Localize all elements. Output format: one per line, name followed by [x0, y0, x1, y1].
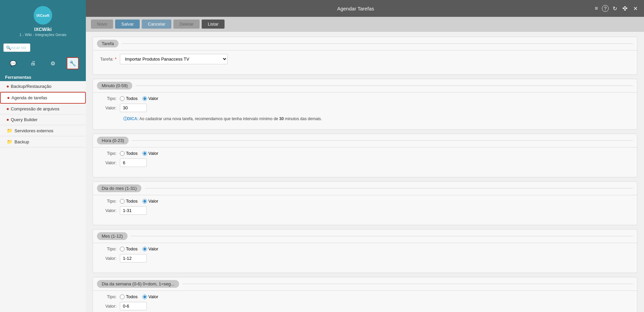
bullet-icon — [7, 85, 9, 88]
minuto-todos-label: Todos — [126, 96, 138, 101]
hora-valor-radio[interactable] — [142, 151, 147, 156]
print-button[interactable]: 🖨 — [27, 57, 39, 69]
dia-mes-tipo-row: Tipo: Todos Valor — [100, 199, 630, 204]
dia-mes-section-label: Dia do mes (1-31) — [97, 184, 141, 192]
dia-mes-valor-option[interactable]: Valor — [142, 199, 158, 204]
sidebar-item-query-builder[interactable]: Query Builder — [0, 114, 86, 125]
sidebar-item-label: Backup — [14, 139, 29, 144]
dia-semana-tipo-label: Tipo: — [100, 294, 120, 299]
dia-mes-todos-radio[interactable] — [120, 199, 125, 204]
minuto-todos-radio[interactable] — [120, 96, 125, 101]
history-icon[interactable]: ↻ — [611, 5, 618, 12]
menu-icon[interactable]: ≡ — [594, 5, 599, 12]
dia-mes-todos-option[interactable]: Todos — [120, 199, 138, 204]
folder-icon: 📁 — [7, 128, 12, 133]
hora-todos-option[interactable]: Todos — [120, 151, 138, 156]
dia-semana-todos-radio[interactable] — [120, 294, 125, 299]
dia-semana-radio-group: Todos Valor — [120, 294, 158, 299]
mes-valor-input[interactable] — [120, 254, 147, 263]
cancelar-button[interactable]: Cancelar — [142, 20, 171, 29]
dia-semana-valor-option[interactable]: Valor — [142, 294, 158, 299]
tarefa-section-label: Tarefa — [97, 40, 118, 47]
minuto-section-header: Minuto (0-59) — [93, 79, 637, 93]
mes-todos-label: Todos — [126, 246, 138, 251]
novo-button[interactable]: Novo — [91, 20, 113, 29]
hora-section-label: Hora (0-23) — [97, 137, 129, 144]
dia-semana-section-header: Dia da semana (0-6) 0=dom, 1=seg... — [93, 277, 637, 291]
hora-valor-option[interactable]: Valor — [142, 151, 158, 156]
mes-section-header: Mes (1-12) — [93, 230, 637, 243]
section-divider — [131, 236, 633, 236]
section-divider — [182, 284, 633, 284]
section-divider — [122, 43, 633, 44]
hora-todos-radio[interactable] — [120, 151, 125, 156]
settings-button[interactable]: ⚙ — [47, 57, 59, 69]
sidebar-item-label: Query Builder — [11, 117, 37, 122]
mes-radio-group: Todos Valor — [120, 246, 158, 251]
dia-semana-section-label: Dia da semana (0-6) 0=dom, 1=seg... — [97, 280, 179, 288]
dia-mes-valor-input[interactable] — [120, 206, 147, 215]
mes-valor-radio[interactable] — [142, 247, 147, 251]
dia-semana-valor-input[interactable] — [120, 302, 147, 310]
hora-valor-input[interactable] — [120, 159, 147, 167]
hora-todos-label: Todos — [126, 151, 138, 156]
mes-todos-option[interactable]: Todos — [120, 246, 138, 251]
minuto-valor-radio[interactable] — [142, 96, 147, 101]
hora-section-header: Hora (0-23) — [93, 134, 637, 147]
minuto-todos-option[interactable]: Todos — [120, 96, 138, 101]
minuto-valor-input[interactable] — [120, 104, 147, 112]
wrench-button[interactable]: 🔧 — [67, 57, 79, 69]
mes-section-body: Tipo: Todos Valor Valor: — [93, 243, 637, 269]
main-area: Agendar Tarefas ≡ ? ↻ ⧾ ✕ Novo Salvar Ca… — [86, 0, 644, 312]
sidebar-item-label: Backup/Restauração — [11, 84, 52, 89]
tarefa-select[interactable]: Importar Produtos Panaccess TV — [120, 54, 228, 64]
sidebar-item-agenda-tarefas[interactable]: Agenda de tarefas — [0, 92, 86, 104]
close-icon[interactable]: ✕ — [632, 5, 639, 12]
section-divider — [132, 140, 633, 141]
bullet-icon — [7, 119, 9, 121]
tarefa-field-value: Importar Produtos Panaccess TV — [120, 54, 228, 64]
hora-tipo-row: Tipo: Todos Valor — [100, 151, 630, 156]
dica-message: Ao cadastrar uma nova tarefa, recomendam… — [139, 116, 322, 121]
dia-mes-section: Dia do mes (1-31) Tipo: Todos Valor — [93, 181, 637, 225]
sidebar-item-backup-restauracao[interactable]: Backup/Restauração — [0, 81, 86, 92]
form-content: Tarefa Tarefa: * Importar Produtos Panac… — [86, 32, 644, 312]
sidebar-item-backup[interactable]: 📁 Backup — [0, 136, 86, 147]
mes-section-label: Mes (1-12) — [97, 232, 128, 240]
minuto-section-body: Tipo: Todos Valor Valor: — [93, 93, 637, 125]
dica-icon: ⓘDICA: — [123, 116, 138, 121]
mes-todos-radio[interactable] — [120, 247, 125, 251]
expand-icon[interactable]: ⧾ — [621, 5, 629, 12]
hora-radio-group: Todos Valor — [120, 151, 158, 156]
sidebar-item-servidores-externos[interactable]: 📁 Servidores externos — [0, 125, 86, 136]
dia-mes-valor-radio[interactable] — [142, 199, 147, 204]
topbar-actions: ≡ ? ↻ ⧾ ✕ — [594, 5, 639, 12]
toolbar: Novo Salvar Cancelar Deletar Listar — [86, 17, 644, 32]
logo-text: IXCsoft — [36, 13, 49, 18]
salvar-button[interactable]: Salvar — [115, 20, 140, 29]
section-divider — [136, 85, 633, 86]
dia-mes-valor-label: Valor — [148, 199, 158, 204]
tarefa-field-label: Tarefa: * — [100, 57, 120, 62]
dia-semana-valor-radio[interactable] — [142, 294, 147, 299]
dia-semana-valor-field-label: Valor: — [100, 304, 120, 309]
mes-valor-option[interactable]: Valor — [142, 246, 158, 251]
help-icon[interactable]: ? — [602, 5, 609, 12]
logo-circle: IXCsoft — [34, 6, 52, 25]
deletar-button[interactable]: Deletar — [173, 20, 200, 29]
dia-semana-section: Dia da semana (0-6) 0=dom, 1=seg... Tipo… — [93, 277, 637, 312]
bullet-icon — [7, 97, 9, 99]
hora-valor-row: Valor: — [100, 159, 630, 167]
listar-button[interactable]: Listar — [202, 20, 225, 29]
sidebar-item-compressao-arquivos[interactable]: Compressão de arquivos — [0, 104, 86, 114]
minuto-valor-option[interactable]: Valor — [142, 96, 158, 101]
minuto-section: Minuto (0-59) Tipo: Todos Valor — [93, 79, 637, 130]
search-bar-container: 🔍 — [0, 41, 86, 55]
dia-semana-valor-row: Valor: — [100, 302, 630, 310]
sidebar-section-title: Ferramentas — [0, 72, 86, 81]
minuto-valor-field-label: Valor: — [100, 105, 120, 110]
chat-button[interactable]: 💬 — [7, 57, 19, 69]
minuto-valor-label: Valor — [148, 96, 158, 101]
dia-semana-todos-option[interactable]: Todos — [120, 294, 138, 299]
search-icon: 🔍 — [6, 45, 11, 50]
